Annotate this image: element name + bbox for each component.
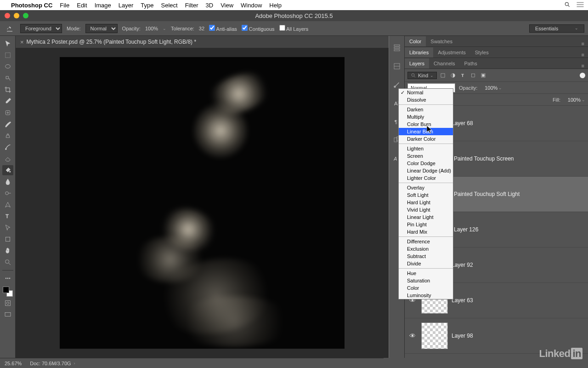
- blend-mode-item[interactable]: Hard Light: [399, 199, 453, 206]
- opacity-stepper-icon[interactable]: ⌄: [163, 26, 166, 31]
- blend-mode-item[interactable]: Linear Dodge (Add): [399, 167, 453, 174]
- menu-help[interactable]: Help: [269, 2, 282, 9]
- menu-layer[interactable]: Layer: [119, 2, 134, 9]
- tab-color[interactable]: Color: [405, 36, 426, 46]
- filter-pixel-icon[interactable]: [439, 71, 447, 80]
- quick-mask-icon[interactable]: [2, 298, 13, 308]
- blend-mode-item[interactable]: Soft Light: [399, 191, 453, 199]
- antialias-checkbox[interactable]: Anti-alias: [209, 25, 237, 32]
- shape-tool[interactable]: [2, 234, 13, 244]
- menu-image[interactable]: Image: [95, 2, 111, 9]
- blend-mode-item[interactable]: Saturation: [399, 277, 453, 284]
- pen-tool[interactable]: [2, 200, 13, 210]
- mode-select[interactable]: Normal: [85, 24, 118, 33]
- menu-type[interactable]: Type: [141, 2, 153, 9]
- workspace-switcher[interactable]: Essentials⌄: [529, 24, 584, 33]
- blend-mode-item[interactable]: Pin Light: [399, 221, 453, 228]
- menu-extras-icon[interactable]: [576, 1, 584, 9]
- current-tool-icon[interactable]: [4, 23, 16, 34]
- blend-mode-item[interactable]: Lighter Color: [399, 174, 453, 182]
- dodge-tool[interactable]: [2, 188, 13, 198]
- tab-swatches[interactable]: Swatches: [426, 36, 457, 46]
- menu-select[interactable]: Select: [161, 2, 177, 9]
- tab-layers[interactable]: Layers: [405, 58, 429, 69]
- blend-mode-item[interactable]: Dissolve: [399, 96, 453, 104]
- zoom-level[interactable]: 25.67%: [5, 361, 22, 366]
- menu-file[interactable]: File: [60, 2, 69, 9]
- properties-panel-icon[interactable]: [391, 61, 402, 72]
- doc-info-stepper-icon[interactable]: ›: [74, 361, 75, 366]
- filter-smart-icon[interactable]: [479, 71, 487, 80]
- history-brush-tool[interactable]: [2, 142, 13, 152]
- eraser-tool[interactable]: [2, 154, 13, 164]
- blend-mode-item[interactable]: Color Burn: [399, 121, 453, 128]
- paint-bucket-tool[interactable]: [2, 165, 13, 175]
- layer-name-label[interactable]: Painted Touchup Screen: [454, 155, 514, 162]
- blend-mode-item[interactable]: Linear Burn: [399, 128, 453, 135]
- layer-visibility-icon[interactable]: 👁: [407, 332, 418, 339]
- filter-toggle[interactable]: [580, 73, 585, 78]
- filter-type-icon[interactable]: T: [459, 71, 467, 80]
- layer-filter-kind-select[interactable]: Kind⌄: [407, 72, 437, 79]
- blend-mode-item[interactable]: Subtract: [399, 253, 453, 260]
- blend-mode-item[interactable]: Luminosity: [399, 292, 453, 299]
- screen-mode-icon[interactable]: [2, 310, 13, 320]
- menu-edit[interactable]: Edit: [77, 2, 87, 9]
- blend-mode-item[interactable]: Difference: [399, 238, 453, 245]
- tab-libraries[interactable]: Libraries: [405, 47, 433, 58]
- menu-view[interactable]: View: [220, 2, 233, 9]
- marquee-tool[interactable]: [2, 50, 13, 60]
- canvas[interactable]: [60, 57, 345, 349]
- opacity-value[interactable]: 100%: [145, 26, 158, 31]
- type-tool[interactable]: T: [2, 211, 13, 221]
- blend-mode-menu[interactable]: NormalDissolveDarkenMultiplyColor BurnLi…: [398, 88, 453, 299]
- doc-size[interactable]: Doc: 70.6M/3.70G: [30, 361, 71, 366]
- document-close-icon[interactable]: ×: [20, 39, 24, 46]
- brush-tool[interactable]: [2, 119, 13, 129]
- contiguous-checkbox[interactable]: Contiguous: [242, 25, 275, 32]
- path-select-tool[interactable]: [2, 223, 13, 233]
- menu-filter[interactable]: Filter: [185, 2, 198, 9]
- quick-select-tool[interactable]: [2, 73, 13, 83]
- filter-adjustment-icon[interactable]: [449, 71, 457, 80]
- blend-mode-item[interactable]: Screen: [399, 152, 453, 160]
- blend-mode-item[interactable]: Vivid Light: [399, 206, 453, 213]
- eyedropper-tool[interactable]: [2, 96, 13, 106]
- tab-styles[interactable]: Styles: [470, 47, 493, 58]
- layer-name-label[interactable]: Layer 63: [452, 297, 473, 304]
- blend-mode-item[interactable]: Multiply: [399, 113, 453, 121]
- clone-stamp-tool[interactable]: [2, 131, 13, 141]
- menu-window[interactable]: Window: [241, 2, 262, 9]
- layer-name-label[interactable]: Painted Touchup Soft Light: [454, 191, 520, 197]
- blend-mode-item[interactable]: Linear Light: [399, 213, 453, 221]
- blend-mode-item[interactable]: Color Dodge: [399, 160, 453, 167]
- blend-mode-item[interactable]: Hue: [399, 270, 453, 277]
- layers-panel-menu-icon[interactable]: ≡: [578, 63, 588, 69]
- history-panel-icon[interactable]: [391, 42, 402, 53]
- layer-name-label[interactable]: Layer 68: [452, 120, 473, 126]
- blur-tool[interactable]: [2, 177, 13, 187]
- layer-opacity-value[interactable]: [481, 85, 498, 91]
- blend-mode-item[interactable]: Overlay: [399, 184, 453, 191]
- edit-toolbar-icon[interactable]: [2, 273, 13, 283]
- document-tab[interactable]: × Mythica 2 Poster.psd @ 25.7% (Painted …: [16, 36, 389, 48]
- filter-shape-icon[interactable]: [469, 71, 477, 80]
- blend-mode-item[interactable]: Darker Color: [399, 135, 453, 143]
- healing-brush-tool[interactable]: [2, 108, 13, 118]
- move-tool[interactable]: [2, 39, 13, 49]
- blend-mode-item[interactable]: Color: [399, 284, 453, 292]
- blend-mode-item[interactable]: Divide: [399, 260, 453, 267]
- fill-source-select[interactable]: Foreground: [20, 24, 62, 33]
- tab-paths[interactable]: Paths: [460, 58, 482, 69]
- layer-name-label[interactable]: Layer 92: [452, 262, 473, 268]
- layer-thumbnail[interactable]: [421, 322, 448, 349]
- blend-mode-item[interactable]: Hard Mix: [399, 228, 453, 236]
- zoom-tool[interactable]: [2, 257, 13, 267]
- spotlight-search-icon[interactable]: [564, 1, 571, 9]
- tab-adjustments[interactable]: Adjustments: [433, 47, 470, 58]
- lasso-tool[interactable]: [2, 62, 13, 72]
- blend-mode-item[interactable]: Normal: [399, 89, 453, 96]
- color-panel-menu-icon[interactable]: ≡: [578, 41, 588, 46]
- tolerance-value[interactable]: 32: [199, 26, 204, 31]
- menu-3d[interactable]: 3D: [206, 2, 214, 9]
